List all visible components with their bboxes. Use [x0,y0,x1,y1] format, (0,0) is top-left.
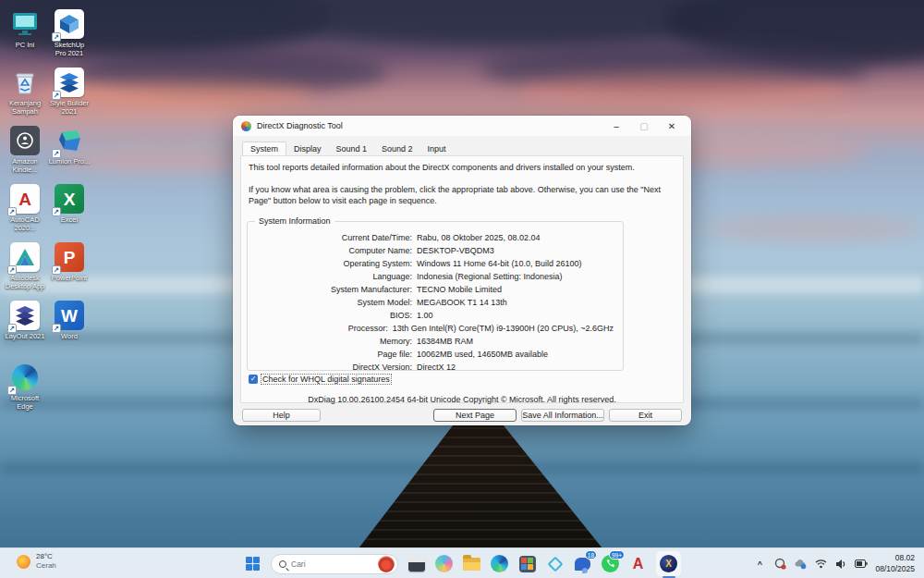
save-all-information-button[interactable]: Save All Information... [521,409,604,422]
weather-condition: Cerah [36,561,56,571]
desktop-icon-autodesk[interactable]: ↗ Autodesk Desktop App [4,242,46,290]
this-pc-icon [10,9,40,39]
desktop-icon-label: Excel [61,215,78,224]
tab-system[interactable]: System [242,141,286,156]
kindle-icon [10,126,40,155]
start-button[interactable] [243,554,262,573]
powerpoint-icon: P ↗ [55,242,84,272]
clock[interactable]: 08.02 08/10/2025 [875,553,915,573]
help-button[interactable]: Help [242,409,321,422]
dxdiag-taskbar-button[interactable]: X [656,551,681,576]
shortcut-arrow-icon: ↗ [7,386,17,395]
whql-checkbox[interactable]: ✓ [249,375,258,384]
microsoft-store-button[interactable] [517,554,537,573]
chat-button[interactable]: 18 [573,554,592,573]
field-label: Computer Name: [248,244,412,257]
desktop-icon-edge[interactable]: ↗ Microsoft Edge [4,363,46,411]
autocad-icon: A [633,557,644,572]
chat-badge: 18 [585,550,597,560]
desktop-icon-word[interactable]: W ↗ Word [48,301,91,340]
desktop-icon-label: Autodesk Desktop App [4,274,46,290]
weather-temp: 28°C [36,552,56,561]
word-icon: W ↗ [55,301,84,330]
field-value: Rabu, 08 Oktober 2025, 08.02.04 [417,231,541,244]
field-value: Indonesia (Regional Setting: Indonesia) [417,270,563,283]
clock-time: 08.02 [895,553,915,563]
title-bar[interactable]: DirectX Diagnostic Tool – ▢ ✕ [233,116,691,136]
tab-sound2[interactable]: Sound 2 [374,142,420,156]
wifi-icon[interactable] [814,558,827,571]
autocad-letter: A [18,191,31,208]
desktop-icon-label: PowerPoint [52,274,87,282]
search-box[interactable] [271,554,398,574]
field-label: Processor: [248,322,388,335]
group-title: System Information [255,216,334,226]
quick-share-button[interactable] [545,554,565,573]
field-value: 13th Gen Intel(R) Core(TM) i9-13900H (20… [393,322,614,335]
system-tab-page: This tool reports detailed information a… [240,155,684,403]
search-icon [279,560,286,568]
shortcut-arrow-icon: ↗ [52,265,61,275]
sync-alert-icon[interactable] [773,558,786,571]
next-page-button[interactable]: Next Page [433,409,517,422]
diamond-app-icon [547,556,563,572]
tab-sound1[interactable]: Sound 1 [329,142,375,156]
shortcut-arrow-icon: ↗ [52,91,61,100]
desktop-icon-sketchup[interactable]: ↗ SketchUp Pro 2021 [48,9,91,57]
field-value: TECNO Mobile Limited [417,283,502,296]
shortcut-arrow-icon: ↗ [7,207,17,216]
volume-icon[interactable] [834,558,847,571]
file-explorer-button[interactable] [462,554,481,573]
system-tray: ^ 08.02 08/10/2025 [753,548,915,578]
excel-icon: X ↗ [55,184,84,214]
autocad-button[interactable]: A [628,554,648,573]
task-view-button[interactable] [407,554,426,573]
intro-text-2: If you know what area is causing the pro… [249,184,670,206]
whatsapp-button[interactable]: 99+ [601,554,620,573]
taskbar: 28°C Cerah 18 [0,547,924,578]
exit-button[interactable]: Exit [609,409,682,422]
search-input[interactable] [291,560,371,569]
whql-label: Check for WHQL digital signatures [261,375,391,384]
desktop-icon-label: SketchUp Pro 2021 [48,41,91,57]
desktop-icon-style-builder[interactable]: ↗ Style Builder 2021 [48,68,91,116]
taskbar-center: 18 99+ A X [243,548,681,578]
powerpoint-letter: P [64,249,76,266]
cloud-icon[interactable] [794,558,807,571]
hidden-icons-chevron[interactable]: ^ [753,558,766,571]
sun-icon [17,555,30,569]
whql-checkbox-row[interactable]: ✓ Check for WHQL digital signatures [249,375,391,384]
desktop-icon-powerpoint[interactable]: P ↗ PowerPoint [48,242,91,282]
desktop-icon-this-pc[interactable]: PC Ini [4,9,46,49]
desktop-icon-kindle[interactable]: Amazon Kindle... [4,126,46,174]
battery-icon[interactable] [855,558,868,571]
desktop-icon-autocad[interactable]: A ↗ AutoCAD 2020... [4,184,46,232]
desktop-icon-label: Microsoft Edge [4,394,46,411]
desktop-icon-excel[interactable]: X ↗ Excel [48,184,91,224]
minimize-button[interactable]: – [602,116,630,136]
shortcut-arrow-icon: ↗ [52,207,61,216]
button-row: Help Next Page Save All Information... E… [242,409,682,422]
directx-icon: X [660,555,677,572]
tab-display[interactable]: Display [286,142,329,156]
copilot-button[interactable] [434,554,454,573]
search-highlight-art [378,556,395,572]
copilot-icon [435,555,453,572]
desktop-icon-label: Lumion Pro... [49,157,91,166]
field-label: DirectX Version: [248,361,412,374]
close-button[interactable]: ✕ [658,116,686,136]
field-label: Page file: [248,348,412,361]
maximize-button: ▢ [630,116,658,136]
field-label: Language: [248,270,412,283]
desktop-icon-recycle-bin[interactable]: Keranjang Sampah [4,68,46,116]
clock-date: 08/10/2025 [875,564,915,574]
field-value: MEGABOOK T1 14 13th [417,296,507,309]
desktop-icon-lumion[interactable]: ↗ Lumion Pro... [48,126,91,166]
field-label: System Model: [248,296,412,309]
weather-widget[interactable]: 28°C Cerah [17,552,56,571]
field-value: DESKTOP-VBQDM3 [417,244,494,257]
tab-input[interactable]: Input [420,142,454,156]
recycle-bin-icon [10,68,40,97]
desktop-icon-layout[interactable]: ↗ LayOut 2021 [4,301,46,340]
edge-button[interactable] [490,554,509,573]
